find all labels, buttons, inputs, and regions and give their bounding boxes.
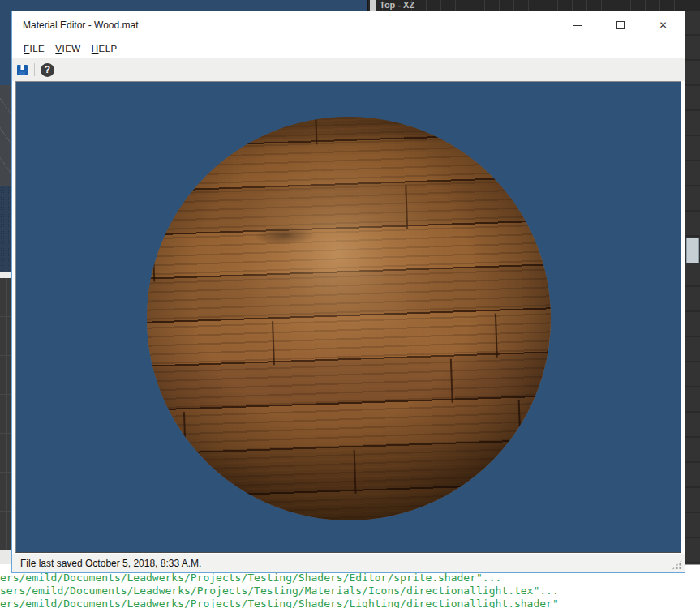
status-message: File last saved October 5, 2018, 8:33 A.… xyxy=(12,558,201,569)
plank-seam xyxy=(183,412,187,448)
resize-grip[interactable] xyxy=(672,559,682,570)
menu-view[interactable]: VIEW xyxy=(55,44,80,54)
material-preview-viewport[interactable] xyxy=(15,81,681,553)
plank-seam xyxy=(152,257,155,281)
close-icon: ✕ xyxy=(659,20,667,30)
titlebar[interactable]: Material Editor - Wood.mat ✕ xyxy=(12,11,685,39)
console-line: ers/emild/Documents/Leadwerks/Projects/T… xyxy=(0,572,501,584)
material-editor-window: Material Editor - Wood.mat ✕ FILE VIEW H… xyxy=(11,11,685,573)
menu-file[interactable]: FILE xyxy=(24,44,45,54)
background-left-sliver-dither xyxy=(0,186,11,272)
toolbar-separator xyxy=(34,63,35,76)
plank-seam xyxy=(272,321,275,365)
top-viewport-ruler xyxy=(367,0,700,11)
menu-help[interactable]: HELP xyxy=(92,44,118,54)
help-button[interactable]: ? xyxy=(41,63,54,77)
console-line: ers/emild/Documents/Leadwerks/Projects/T… xyxy=(0,597,559,608)
background-left-panel-edge xyxy=(0,550,11,564)
help-icon: ? xyxy=(41,63,54,77)
toolbar: ? xyxy=(12,58,685,81)
console-line: sers/emild/Documents/Leadwerks/Projects/… xyxy=(0,584,559,597)
plank-seam xyxy=(315,119,317,144)
background-left-sliver-grid-diagonal xyxy=(0,85,11,186)
window-title: Material Editor - Wood.mat xyxy=(12,19,139,31)
menubar: FILE VIEW HELP xyxy=(12,39,685,58)
viewport-splitter-tab[interactable] xyxy=(370,0,376,11)
background-horizontal-splitter[interactable] xyxy=(0,272,11,278)
save-button[interactable] xyxy=(16,64,28,76)
window-controls: ✕ xyxy=(556,11,685,39)
screen: Top - XZ ers/emild/Documents/Leadwerks/P… xyxy=(0,0,700,608)
plank-seam xyxy=(448,120,450,140)
background-left-sliver-grid xyxy=(0,278,11,550)
viewport-label-top-xz: Top - XZ xyxy=(380,0,414,11)
save-icon xyxy=(16,64,28,76)
statusbar: File last saved October 5, 2018, 8:33 A.… xyxy=(12,554,685,572)
background-perspective-viewport-top xyxy=(0,0,367,11)
plank-seam xyxy=(450,359,453,403)
background-right-scrollbar-thumb[interactable] xyxy=(686,238,699,263)
background-right-scrollbar-track[interactable] xyxy=(685,11,700,565)
plank-seam xyxy=(405,185,408,229)
plank-seam xyxy=(495,314,498,358)
background-left-sliver-blue xyxy=(0,11,11,85)
wood-sphere-preview xyxy=(147,117,551,520)
close-button[interactable]: ✕ xyxy=(642,11,685,39)
minimize-icon xyxy=(573,25,582,26)
maximize-icon xyxy=(616,21,625,29)
minimize-button[interactable] xyxy=(556,11,599,39)
plank-seam xyxy=(518,400,522,441)
plank-seam xyxy=(354,450,357,494)
maximize-button[interactable] xyxy=(599,11,642,39)
wood-plank-texture xyxy=(147,117,551,520)
